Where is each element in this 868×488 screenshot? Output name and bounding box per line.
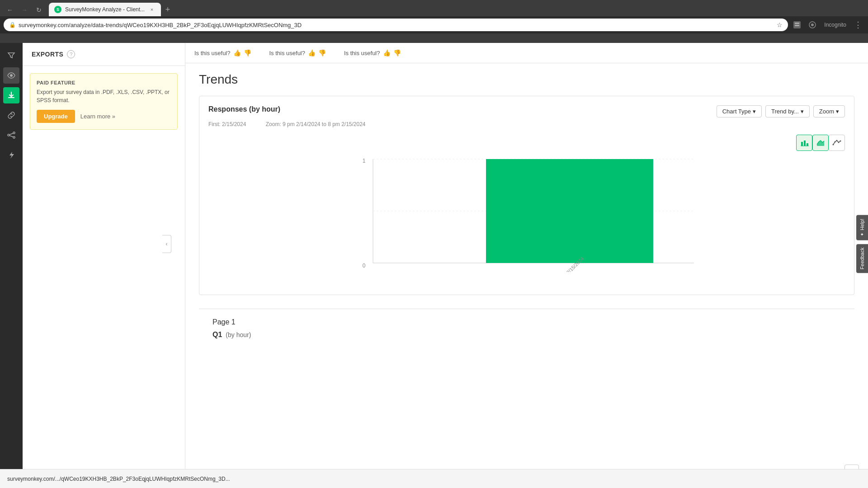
- view-icon-button[interactable]: [3, 67, 19, 84]
- svg-rect-24: [486, 159, 653, 263]
- lock-icon: 🔒: [9, 22, 16, 28]
- filter-icon-button[interactable]: [3, 47, 19, 64]
- upgrade-button[interactable]: Upgrade: [37, 110, 75, 123]
- useful-text-3: Is this useful?: [344, 50, 380, 56]
- svg-point-6: [13, 132, 15, 134]
- trend-by-dropdown-icon: ▾: [801, 108, 804, 115]
- chart-area: 1 0 9 pm 2/15/2024: [208, 155, 845, 272]
- menu-button[interactable]: ⋮: [852, 19, 864, 31]
- thumbs-up-1[interactable]: 👍: [233, 49, 241, 56]
- tab-bar: ← → ↻ S SurveyMonkey Analyze - Client...…: [0, 0, 868, 16]
- lightning-icon-button[interactable]: [3, 147, 19, 163]
- tab-favicon: S: [54, 6, 61, 13]
- svg-text:1: 1: [363, 158, 366, 164]
- zoom-label: Zoom: [819, 108, 834, 115]
- chart-type-button[interactable]: Chart Type ▾: [717, 105, 762, 117]
- profile-button[interactable]: [791, 19, 803, 31]
- trends-page-title: Trends: [199, 72, 854, 87]
- feedback-tab[interactable]: Feedback: [856, 244, 868, 273]
- chart-subtitle: First: 2/15/2024 Zoom: 9 pm 2/14/2024 to…: [208, 121, 845, 127]
- trend-by-label: Trend by...: [771, 108, 799, 115]
- chart-type-label: Chart Type: [722, 108, 751, 115]
- share-icon-button[interactable]: [3, 127, 19, 143]
- paid-feature-box: PAID FEATURE Export your survey data in …: [30, 73, 178, 130]
- question-row: Q1 (by hour): [212, 331, 841, 343]
- download-icon-button[interactable]: [3, 87, 19, 103]
- useful-text-2: Is this useful?: [269, 50, 306, 56]
- paid-feature-actions: Upgrade Learn more »: [37, 110, 171, 123]
- help-tab[interactable]: ✦ Help!: [856, 215, 868, 240]
- useful-item-1: Is this useful? 👍 👎: [194, 49, 251, 56]
- status-bar: surveymonkey.com/.../qWCeo19KXH3HB_2BkP_…: [0, 469, 868, 488]
- thumbs-down-3[interactable]: 👎: [393, 49, 401, 56]
- thumbs-up-3[interactable]: 👍: [383, 49, 391, 56]
- link-icon-button[interactable]: [3, 107, 19, 123]
- thumbs-down-2[interactable]: 👎: [318, 49, 326, 56]
- browser-tab[interactable]: S SurveyMonkey Analyze - Client... ×: [49, 3, 161, 16]
- left-panel: EXPORTS ? PAID FEATURE Export your surve…: [23, 43, 185, 488]
- address-text: surveymonkey.com/analyze/data-trends/qWC…: [19, 22, 774, 28]
- bar-chart-icon-button[interactable]: [796, 135, 812, 151]
- useful-text-1: Is this useful?: [194, 50, 231, 56]
- browser-chrome: ← → ↻ S SurveyMonkey Analyze - Client...…: [0, 0, 868, 43]
- nav-reload-button[interactable]: ↻: [33, 4, 45, 16]
- line-chart-icon-button[interactable]: [829, 135, 845, 151]
- useful-item-2: Is this useful? 👍 👎: [269, 49, 326, 56]
- help-tab-label: Help!: [859, 219, 865, 230]
- chart-type-dropdown-icon: ▾: [753, 108, 756, 115]
- tab-new-button[interactable]: +: [161, 3, 175, 16]
- svg-rect-10: [804, 141, 806, 146]
- svg-point-17: [840, 141, 841, 142]
- chart-header: Responses (by hour) Chart Type ▾ Trend b…: [208, 105, 845, 117]
- chart-container: Responses (by hour) Chart Type ▾ Trend b…: [199, 96, 854, 295]
- chart-controls: Chart Type ▾ Trend by... ▾ Zoom ▾: [717, 105, 845, 117]
- question-number: Q1: [212, 331, 222, 339]
- chart-svg: 1 0 9 pm 2/15/2024: [208, 155, 845, 272]
- tab-title: SurveyMonkey Analyze - Client...: [65, 6, 145, 13]
- thumbs-up-2[interactable]: 👍: [308, 49, 316, 56]
- svg-point-16: [838, 142, 840, 143]
- svg-point-8: [13, 136, 15, 138]
- svg-point-15: [836, 140, 838, 141]
- collapse-sidebar-button[interactable]: ‹: [162, 235, 171, 253]
- useful-item-3: Is this useful? 👍 👎: [344, 49, 401, 56]
- page-title: Page 1: [212, 318, 236, 326]
- svg-rect-9: [801, 142, 803, 146]
- chart-first-label: First: 2/15/2024: [208, 121, 246, 127]
- left-panel-header: EXPORTS ?: [23, 43, 185, 66]
- svg-rect-1: [795, 23, 799, 24]
- bookmark-icon[interactable]: ☆: [777, 21, 783, 28]
- tab-close-button[interactable]: ×: [148, 6, 156, 13]
- address-bar[interactable]: 🔒 surveymonkey.com/analyze/data-trends/q…: [4, 19, 788, 31]
- extensions-button[interactable]: [806, 19, 819, 31]
- incognito-label: Incognito: [821, 22, 849, 28]
- svg-point-7: [8, 134, 9, 136]
- svg-point-4: [811, 23, 814, 26]
- area-chart-icon-button[interactable]: [812, 135, 829, 151]
- svg-point-5: [10, 74, 13, 77]
- trend-by-button[interactable]: Trend by... ▾: [765, 105, 810, 117]
- address-bar-row: 🔒 surveymonkey.com/analyze/data-trends/q…: [0, 16, 868, 33]
- paid-feature-title: PAID FEATURE: [37, 80, 171, 85]
- bottom-area: Chart Type ▾ Display Options ▾ Trend by.…: [0, 469, 868, 488]
- chart-type-icons-row: [208, 135, 845, 151]
- svg-point-13: [833, 144, 834, 145]
- help-feedback-panel: ✦ Help! Feedback: [856, 215, 868, 273]
- zoom-dropdown-icon: ▾: [836, 108, 839, 115]
- nav-back-button[interactable]: ←: [4, 4, 16, 16]
- feedback-tab-label: Feedback: [859, 248, 865, 269]
- exports-help-icon[interactable]: ?: [67, 50, 75, 58]
- chart-zoom-label: Zoom: 9 pm 2/14/2024 to 8 pm 2/15/2024: [266, 121, 366, 127]
- paid-feature-description: Export your survey data in .PDF, .XLS, .…: [37, 88, 171, 104]
- sidebar-icons: [0, 43, 23, 488]
- main-content: Is this useful? 👍 👎 Is this useful? 👍 👎 …: [185, 43, 868, 488]
- thumbs-down-1[interactable]: 👎: [244, 49, 251, 56]
- page-section: Page 1 Q1 (by hour): [199, 309, 854, 347]
- nav-forward-button[interactable]: →: [18, 4, 31, 16]
- svg-rect-11: [807, 143, 808, 146]
- learn-more-link[interactable]: Learn more »: [80, 113, 115, 120]
- status-bar-url: surveymonkey.com/.../qWCeo19KXH3HB_2BkP_…: [7, 476, 230, 482]
- useful-bar: Is this useful? 👍 👎 Is this useful? 👍 👎 …: [185, 43, 868, 63]
- svg-text:0: 0: [363, 263, 366, 269]
- zoom-button[interactable]: Zoom ▾: [813, 105, 845, 117]
